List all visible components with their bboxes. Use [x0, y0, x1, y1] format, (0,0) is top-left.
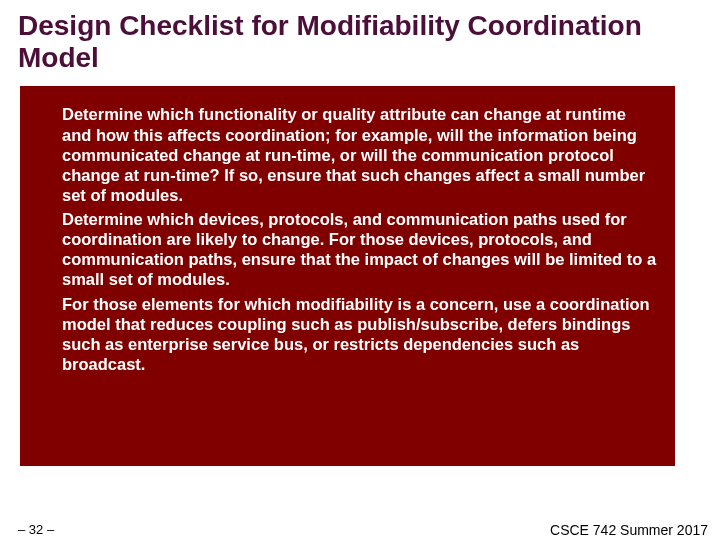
content-box: Determine which functionality or quality… — [20, 86, 675, 466]
slide-title: Design Checklist for Modifiability Coord… — [18, 10, 702, 74]
bullet-item: Determine which functionality or quality… — [62, 104, 657, 205]
page-number: – 32 – — [18, 522, 54, 537]
bullet-item: For those elements for which modifiabili… — [62, 294, 657, 375]
bullet-item: Determine which devices, protocols, and … — [62, 209, 657, 290]
course-label: CSCE 742 Summer 2017 — [550, 522, 708, 538]
slide: Design Checklist for Modifiability Coord… — [0, 0, 720, 540]
